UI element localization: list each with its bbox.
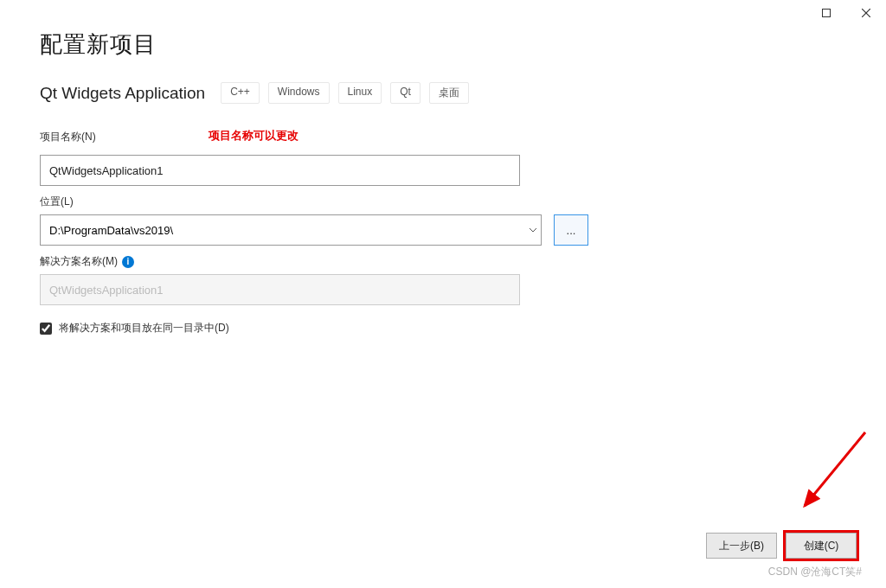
- same-directory-row[interactable]: 将解决方案和项目放在同一目录中(D): [40, 321, 846, 336]
- browse-button[interactable]: ...: [554, 214, 588, 246]
- tag-windows: Windows: [268, 82, 330, 104]
- location-label: 位置(L): [40, 195, 846, 209]
- watermark: CSDN @沧海CT笑#: [768, 565, 862, 579]
- project-name-annotation: 项目名称可以更改: [209, 128, 299, 144]
- solution-name-label: 解决方案名称(M) i: [40, 254, 846, 269]
- annotation-arrow: [770, 424, 874, 527]
- same-directory-checkbox[interactable]: [40, 323, 52, 335]
- tag-desktop: 桌面: [429, 82, 469, 104]
- svg-rect-0: [823, 10, 831, 17]
- svg-line-3: [805, 432, 865, 506]
- location-combobox[interactable]: D:\ProgramData\vs2019\: [40, 214, 542, 246]
- tag-list: C++ Windows Linux Qt 桌面: [221, 82, 469, 104]
- template-subtitle: Qt Widgets Application: [40, 84, 205, 103]
- tag-linux: Linux: [338, 82, 382, 104]
- tag-cpp: C++: [221, 82, 260, 104]
- chevron-down-icon: [525, 228, 541, 233]
- maximize-icon: [822, 9, 831, 17]
- close-button[interactable]: [846, 0, 886, 26]
- back-button[interactable]: 上一步(B): [706, 533, 777, 559]
- location-value: D:\ProgramData\vs2019\: [49, 224, 525, 237]
- project-name-label: 项目名称(N): [40, 130, 96, 144]
- info-icon[interactable]: i: [122, 256, 134, 268]
- close-icon: [862, 9, 870, 17]
- maximize-button[interactable]: [806, 0, 846, 26]
- create-button[interactable]: 创建(C): [786, 533, 857, 559]
- project-name-input[interactable]: [40, 155, 520, 186]
- solution-name-input: [40, 274, 520, 305]
- page-title: 配置新项目: [40, 29, 846, 60]
- tag-qt: Qt: [390, 82, 421, 104]
- same-directory-label: 将解决方案和项目放在同一目录中(D): [59, 321, 229, 336]
